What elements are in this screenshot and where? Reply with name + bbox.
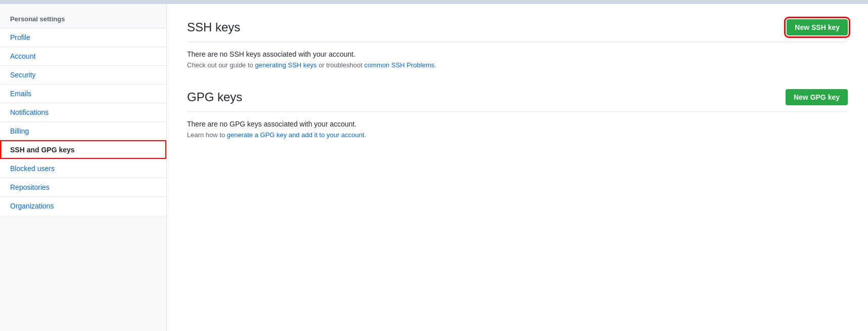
gpg-hint-prefix: Learn how to — [187, 131, 227, 139]
gpg-no-keys-text: There are no GPG keys associated with yo… — [187, 120, 848, 128]
main-content: SSH keys New SSH key There are no SSH ke… — [167, 4, 868, 331]
sidebar-item-ssh-gpg-keys[interactable]: SSH and GPG keys — [0, 140, 166, 159]
gpg-hint: Learn how to generate a GPG key and add … — [187, 131, 848, 139]
gpg-hint-suffix: . — [364, 131, 367, 139]
sidebar-item-account[interactable]: Account — [0, 47, 166, 65]
sidebar-item-notifications[interactable]: Notifications — [0, 103, 166, 121]
ssh-problems-link[interactable]: common SSH Problems — [364, 61, 435, 69]
ssh-no-keys-text: There are no SSH keys associated with yo… — [187, 50, 848, 58]
sidebar-item-organizations[interactable]: Organizations — [0, 196, 166, 215]
gpg-generate-link[interactable]: generate a GPG key and add it to your ac… — [227, 131, 364, 139]
sidebar-item-security[interactable]: Security — [0, 65, 166, 84]
ssh-keys-section: SSH keys New SSH key There are no SSH ke… — [187, 19, 848, 69]
top-bar — [0, 0, 868, 4]
gpg-keys-title: GPG keys — [187, 90, 242, 104]
sidebar-item-profile[interactable]: Profile — [0, 28, 166, 47]
ssh-hint-prefix: Check out our guide to — [187, 61, 255, 69]
ssh-hint-middle: or troubleshoot — [317, 61, 364, 69]
sidebar-item-billing[interactable]: Billing — [0, 121, 166, 140]
sidebar-item-emails[interactable]: Emails — [0, 84, 166, 103]
new-gpg-key-button[interactable]: New GPG key — [786, 89, 848, 105]
sidebar: Personal settings Profile Account Securi… — [0, 4, 167, 331]
gpg-keys-section: GPG keys New GPG key There are no GPG ke… — [187, 89, 848, 139]
ssh-generating-link[interactable]: generating SSH keys — [255, 61, 316, 69]
new-ssh-key-button[interactable]: New SSH key — [787, 19, 848, 35]
ssh-hint: Check out our guide to generating SSH ke… — [187, 61, 848, 69]
ssh-keys-title: SSH keys — [187, 20, 240, 34]
ssh-hint-suffix: . — [434, 61, 436, 69]
gpg-keys-header: GPG keys New GPG key — [187, 89, 848, 112]
sidebar-item-blocked-users[interactable]: Blocked users — [0, 159, 166, 178]
sidebar-item-repositories[interactable]: Repositories — [0, 178, 166, 196]
ssh-keys-header: SSH keys New SSH key — [187, 19, 848, 42]
sidebar-heading: Personal settings — [0, 9, 166, 28]
